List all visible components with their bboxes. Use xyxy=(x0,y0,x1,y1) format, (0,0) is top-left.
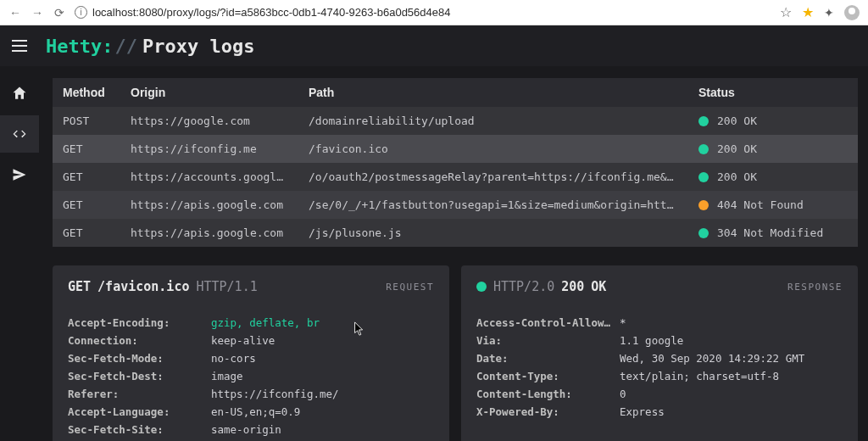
header-row: Accept-Language:en-US,en;q=0.9 xyxy=(68,405,434,418)
sidebar xyxy=(0,66,39,441)
header-key: Content-Length: xyxy=(476,388,616,400)
header-value: same-origin xyxy=(211,423,281,436)
cell-origin: https://accounts.google.com xyxy=(120,163,298,191)
browser-chrome: ← → ⟳ i localhost:8080/proxy/logs/?id=a5… xyxy=(0,0,868,25)
header-key: Via: xyxy=(476,334,616,347)
page-name: Proxy logs xyxy=(142,36,254,57)
header-key: Content-Type: xyxy=(476,370,616,382)
header-key: Date: xyxy=(476,352,616,365)
cell-path: /se/0/_/+1/fastbutton?usegapi=1&size=med… xyxy=(298,191,688,219)
brand-scheme: // xyxy=(114,36,137,57)
header-value: gzip, deflate, br xyxy=(211,316,320,329)
table-row[interactable]: GEThttps://apis.google.com/se/0/_/+1/fas… xyxy=(53,191,858,219)
response-status-code: 200 xyxy=(561,279,584,294)
bookmark-star-icon[interactable] xyxy=(780,4,792,20)
header-row: X-Powered-By:Express xyxy=(476,405,843,418)
cell-origin: https://apis.google.com xyxy=(120,219,298,247)
header-key: Access-Control-Allow-Origin: xyxy=(476,316,616,329)
logs-table: Method Origin Path Status POSThttps://go… xyxy=(53,78,858,247)
response-label: RESPONSE xyxy=(787,282,843,293)
browser-back[interactable]: ← xyxy=(8,6,22,20)
cell-method: GET xyxy=(53,163,120,191)
col-header-status[interactable]: Status xyxy=(688,78,858,107)
header-key: Accept-Language: xyxy=(68,405,208,418)
request-panel: GET /favicon.ico HTTP/1.1 REQUEST Accept… xyxy=(53,265,449,441)
hamburger-menu-button[interactable] xyxy=(5,31,34,60)
cell-origin: https://ifconfig.me xyxy=(120,135,298,163)
header-row: Content-Length:0 xyxy=(476,388,843,400)
cell-method: GET xyxy=(53,191,120,219)
header-row: Accept-Encoding:gzip, deflate, br xyxy=(68,316,434,329)
sidebar-proxy-icon[interactable] xyxy=(0,115,39,153)
address-bar[interactable]: i localhost:8080/proxy/logs/?id=a5863bcc… xyxy=(75,6,771,19)
extensions-icon[interactable] xyxy=(824,6,834,20)
header-value: keep-alive xyxy=(211,334,275,347)
cell-path: /o/oauth2/postmessageRelay?parent=https:… xyxy=(298,163,688,191)
col-header-origin[interactable]: Origin xyxy=(120,78,298,107)
browser-reload[interactable]: ⟳ xyxy=(53,6,66,20)
header-value: text/plain; charset=utf-8 xyxy=(620,370,779,382)
header-row: Access-Control-Allow-Origin:* xyxy=(476,316,843,329)
request-method: GET xyxy=(68,279,91,294)
cell-status: 200 OK xyxy=(688,135,858,163)
cell-origin: https://apis.google.com xyxy=(120,191,298,219)
header-row: Content-Type:text/plain; charset=utf-8 xyxy=(476,370,843,382)
status-text: 200 OK xyxy=(717,142,757,155)
header-key: Sec-Fetch-Site: xyxy=(68,423,208,436)
header-key: X-Powered-By: xyxy=(476,405,616,418)
header-row: Sec-Fetch-Site:same-origin xyxy=(68,423,434,436)
favorite-star-icon[interactable] xyxy=(802,4,814,20)
cell-method: POST xyxy=(53,107,120,135)
header-key: Referer: xyxy=(68,388,208,400)
cell-method: GET xyxy=(53,135,120,163)
header-key: Sec-Fetch-Dest: xyxy=(68,370,208,382)
header-row: Via:1.1 google xyxy=(476,334,843,347)
app-bar: Hetty: // Proxy logs xyxy=(0,25,868,66)
table-row[interactable]: GEThttps://apis.google.com/js/plusone.js… xyxy=(53,219,858,247)
cell-path: /domainreliability/upload xyxy=(298,107,688,135)
header-value: Express xyxy=(620,405,665,418)
status-text: 404 Not Found xyxy=(717,198,804,211)
cell-method: GET xyxy=(53,219,120,247)
status-text: 304 Not Modified xyxy=(717,226,823,239)
col-header-path[interactable]: Path xyxy=(298,78,688,107)
status-dot-icon xyxy=(698,116,709,126)
status-dot-icon xyxy=(698,200,709,210)
site-info-icon[interactable]: i xyxy=(75,6,87,19)
status-dot-icon xyxy=(698,228,709,238)
header-key: Sec-Fetch-Mode: xyxy=(68,352,208,365)
address-text: localhost:8080/proxy/logs/?id=a5863bcc-0… xyxy=(92,6,450,19)
header-value: Wed, 30 Sep 2020 14:29:22 GMT xyxy=(620,352,804,365)
cell-path: /js/plusone.js xyxy=(298,219,688,247)
header-value: image xyxy=(211,370,243,382)
header-row: Connection:keep-alive xyxy=(68,334,434,347)
header-value: 1.1 google xyxy=(620,334,683,347)
browser-forward[interactable]: → xyxy=(31,6,44,20)
header-row: Date:Wed, 30 Sep 2020 14:29:22 GMT xyxy=(476,352,843,365)
response-status-text: OK xyxy=(591,279,606,294)
brand-name: Hetty: xyxy=(46,36,113,57)
status-text: 200 OK xyxy=(717,170,757,183)
cell-status: 200 OK xyxy=(688,107,858,135)
sidebar-home-icon[interactable] xyxy=(0,75,39,112)
table-row[interactable]: GEThttps://accounts.google.com/o/oauth2/… xyxy=(53,163,858,191)
header-row: Referer:https://ifconfig.me/ xyxy=(68,388,434,400)
header-value: 0 xyxy=(620,388,626,400)
profile-avatar-icon[interactable] xyxy=(844,5,860,20)
page-title: Hetty: // Proxy logs xyxy=(46,36,254,57)
status-dot-icon xyxy=(698,144,709,154)
request-proto: HTTP/1.1 xyxy=(196,279,257,294)
header-value: en-US,en;q=0.9 xyxy=(211,405,300,418)
table-row[interactable]: POSThttps://google.com/domainreliability… xyxy=(53,107,858,135)
col-header-method[interactable]: Method xyxy=(53,78,120,107)
cell-origin: https://google.com xyxy=(120,107,298,135)
sidebar-send-icon[interactable] xyxy=(0,156,39,193)
cell-path: /favicon.ico xyxy=(298,135,688,163)
table-row[interactable]: GEThttps://ifconfig.me/favicon.ico200 OK xyxy=(53,135,858,163)
cell-status: 304 Not Modified xyxy=(688,219,858,247)
response-status-dot xyxy=(476,282,487,292)
request-label: REQUEST xyxy=(386,282,434,293)
status-dot-icon xyxy=(698,172,709,182)
content-area: Method Origin Path Status POSThttps://go… xyxy=(39,66,868,441)
header-row: Sec-Fetch-Mode:no-cors xyxy=(68,352,434,365)
